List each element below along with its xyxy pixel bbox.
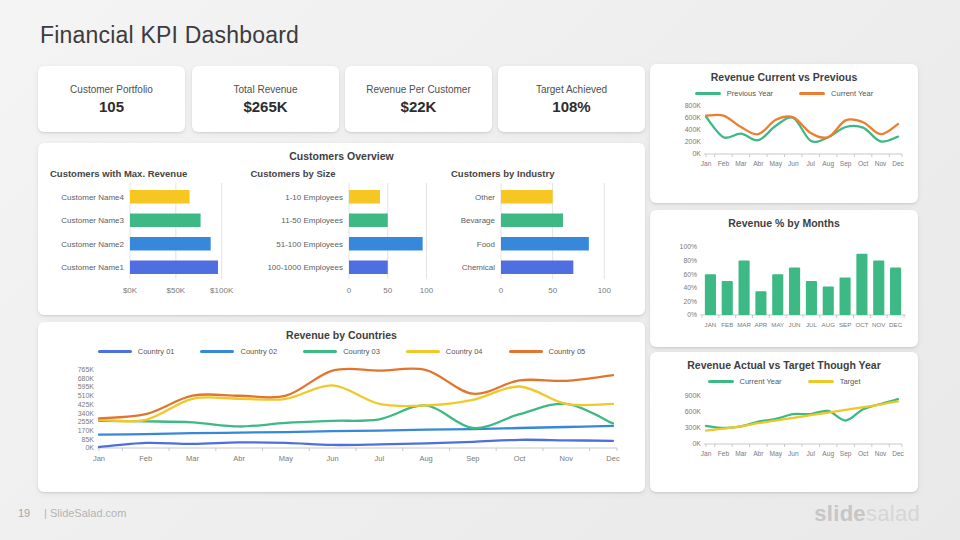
customers-max-revenue-block: Customers with Max. Revenue $0K$50K$100K…	[48, 162, 248, 307]
bar	[806, 281, 817, 315]
svg-text:DEC: DEC	[889, 321, 903, 328]
svg-text:Jul: Jul	[807, 160, 816, 167]
svg-text:Jun: Jun	[788, 450, 799, 457]
bar	[349, 214, 388, 228]
revenue-pct-by-months-chart: 0%20%40%60%80%100%JANFEBMARAPRMAYJUNJULA…	[658, 237, 910, 341]
legend-label: Country 03	[343, 347, 380, 356]
panel-title: Revenue % by Months	[650, 210, 918, 229]
svg-text:Aug: Aug	[419, 454, 432, 463]
svg-text:0K: 0K	[692, 440, 701, 447]
svg-text:Aug: Aug	[822, 160, 834, 168]
series-line	[706, 117, 898, 142]
bar	[130, 237, 211, 251]
svg-text:0: 0	[499, 286, 504, 295]
svg-text:170K: 170K	[78, 427, 95, 434]
svg-text:Nov: Nov	[560, 454, 574, 463]
svg-text:JUN: JUN	[789, 321, 801, 328]
legend-label: Target	[840, 377, 861, 386]
revenue-by-countries-panel: Revenue by Countries Country 01Country 0…	[38, 322, 645, 492]
bar	[840, 278, 851, 315]
panel-title: Revenue by Countries	[38, 322, 645, 341]
svg-text:51-100 Employees: 51-100 Employees	[276, 240, 343, 249]
kpi-label: Target Achieved	[536, 84, 607, 95]
svg-text:SEP: SEP	[839, 321, 851, 328]
legend-item: Country 02	[200, 347, 277, 356]
series-line	[99, 440, 613, 447]
svg-text:Feb: Feb	[139, 454, 152, 463]
svg-text:May: May	[279, 454, 293, 463]
legend-swatch	[98, 350, 132, 353]
svg-text:Jul: Jul	[375, 454, 385, 463]
svg-text:OCT: OCT	[855, 321, 868, 328]
svg-text:Food: Food	[477, 240, 495, 249]
svg-text:0%: 0%	[687, 311, 697, 318]
svg-text:Sep: Sep	[466, 454, 479, 463]
svg-text:0K: 0K	[85, 444, 94, 451]
svg-text:Customer Name4: Customer Name4	[61, 193, 124, 202]
svg-text:800K: 800K	[685, 102, 702, 109]
bar	[739, 261, 750, 315]
legend-label: Country 02	[240, 347, 277, 356]
kpi-label: Total Revenue	[234, 84, 298, 95]
revenue-by-countries-legend: Country 01Country 02Country 03Country 04…	[38, 347, 645, 356]
series-line	[99, 404, 613, 428]
panel-title: Revenue Actual vs Target Though Year	[650, 352, 918, 371]
svg-text:AUG: AUG	[822, 321, 836, 328]
legend-swatch	[509, 350, 543, 353]
svg-text:Nov: Nov	[875, 450, 887, 457]
svg-text:765K: 765K	[78, 366, 95, 373]
customers-overview-panel: Customers Overview Customers with Max. R…	[38, 143, 645, 315]
legend-label: Country 05	[549, 347, 586, 356]
legend-item: Previous Year	[695, 89, 773, 98]
panel-title: Revenue Current vs Previous	[650, 64, 918, 83]
bar	[349, 190, 380, 204]
series-line	[99, 385, 613, 421]
svg-text:11-50 Employees: 11-50 Employees	[281, 216, 343, 225]
bar	[501, 237, 589, 251]
kpi-value: $22K	[401, 98, 437, 115]
series-line	[706, 399, 898, 428]
svg-text:900K: 900K	[685, 392, 702, 399]
slidesalad-logo: slidesalad	[814, 501, 920, 527]
legend-item: Country 05	[509, 347, 586, 356]
svg-text:JUL: JUL	[806, 321, 818, 328]
svg-text:1-10 Employees: 1-10 Employees	[285, 193, 343, 202]
svg-text:300K: 300K	[685, 424, 702, 431]
svg-text:MAR: MAR	[737, 321, 751, 328]
svg-text:60%: 60%	[683, 271, 697, 278]
bar	[130, 214, 201, 228]
bar	[705, 274, 716, 315]
customers-by-industry-block: Customers by Industry 050100OtherBevarag…	[449, 162, 635, 307]
svg-text:Jan: Jan	[701, 160, 712, 167]
svg-text:Jul: Jul	[807, 450, 816, 457]
svg-text:600K: 600K	[685, 114, 702, 121]
customers-by-industry-chart: 050100OtherBevarageFoodChemical	[449, 179, 635, 307]
svg-text:Customer Name3: Customer Name3	[61, 216, 124, 225]
kpi-card-revenue-per-customer: Revenue Per Customer $22K	[345, 66, 492, 132]
chart-title: Customers by Size	[251, 168, 449, 179]
kpi-value: $265K	[243, 98, 287, 115]
svg-text:100: 100	[419, 286, 433, 295]
bar	[349, 261, 388, 275]
overview-charts-row: Customers with Max. Revenue $0K$50K$100K…	[38, 162, 645, 307]
legend-label: Current Year	[740, 377, 782, 386]
kpi-value: 108%	[552, 98, 590, 115]
kpi-card-total-revenue: Total Revenue $265K	[192, 66, 339, 132]
svg-text:400K: 400K	[685, 126, 702, 133]
page-title: Financial KPI Dashboard	[40, 22, 299, 49]
svg-text:$0K: $0K	[123, 286, 138, 295]
bar	[890, 267, 901, 315]
svg-text:200K: 200K	[685, 138, 702, 145]
svg-text:Other: Other	[475, 193, 495, 202]
legend-label: Previous Year	[727, 89, 773, 98]
legend-item: Current Year	[799, 89, 873, 98]
svg-text:JAN: JAN	[705, 321, 717, 328]
svg-text:Mar: Mar	[735, 450, 747, 457]
svg-text:$100K: $100K	[210, 286, 234, 295]
svg-text:NOV: NOV	[872, 321, 886, 328]
legend-swatch	[708, 380, 734, 383]
svg-text:Sep: Sep	[840, 160, 852, 168]
svg-text:Customer Name2: Customer Name2	[61, 240, 124, 249]
svg-text:50: 50	[548, 286, 557, 295]
svg-text:Customer Name1: Customer Name1	[61, 263, 124, 272]
